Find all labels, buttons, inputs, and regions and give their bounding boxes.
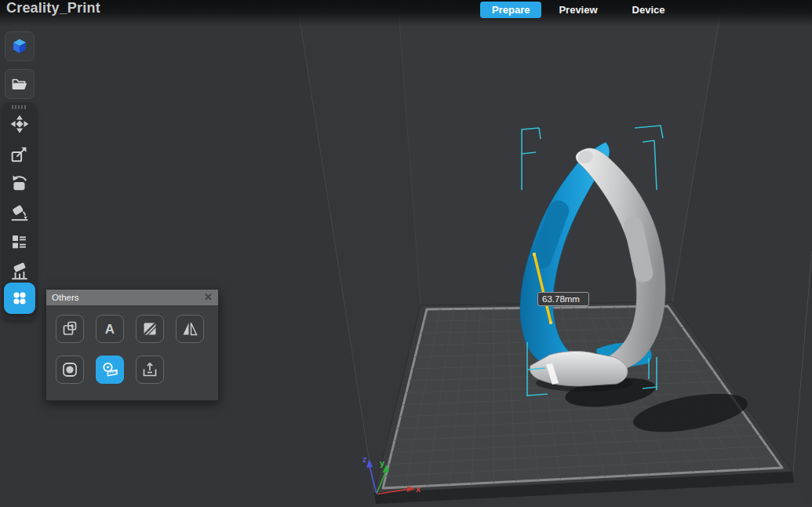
creality-cube-icon — [9, 36, 30, 57]
measure-tool-button[interactable] — [96, 356, 124, 384]
lay-flat-icon — [9, 202, 30, 223]
app-window: 63.78mm x y z Creality_Print Prepare Pre… — [0, 0, 812, 507]
close-icon[interactable]: ✕ — [204, 290, 213, 305]
lay-flat-tool-button[interactable] — [5, 199, 34, 228]
mode-tabs: Prepare Preview Device — [480, 2, 670, 18]
model-library-button[interactable] — [5, 31, 35, 61]
export-tool-button[interactable] — [136, 356, 164, 384]
y-axis-label: y — [380, 458, 385, 468]
export-icon — [140, 360, 159, 379]
object-list-tool-button[interactable] — [5, 228, 34, 257]
others-panel-title: Others — [52, 293, 79, 302]
move-icon — [9, 114, 30, 134]
mirror-icon — [180, 319, 199, 338]
clone-tool-button[interactable] — [56, 315, 84, 343]
paint-icon — [140, 319, 159, 338]
z-axis-label: z — [362, 454, 367, 464]
seam-icon — [60, 360, 79, 379]
viewport-3d[interactable]: 63.78mm x y z — [0, 0, 812, 507]
move-tool-button[interactable] — [5, 110, 34, 139]
seam-tool-button[interactable] — [56, 356, 84, 384]
text-tool-button[interactable]: A — [96, 315, 124, 343]
app-title: Creality_Print — [6, 0, 100, 16]
others-grid-icon — [9, 288, 30, 308]
open-folder-icon — [10, 75, 29, 93]
measurement-value: 63.78mm — [542, 294, 580, 304]
others-panel-body: A — [46, 305, 218, 384]
measure-icon — [100, 360, 119, 379]
support-tool-button[interactable] — [5, 257, 34, 286]
scale-icon — [9, 144, 29, 164]
tool-rail-drag-handle[interactable] — [12, 105, 27, 109]
open-file-button[interactable] — [5, 69, 35, 99]
object-list-icon — [9, 232, 29, 252]
mirror-tool-button[interactable] — [176, 315, 204, 343]
tab-prepare[interactable]: Prepare — [480, 2, 541, 18]
text-icon: A — [105, 323, 115, 336]
tab-device[interactable]: Device — [628, 2, 670, 18]
tab-preview[interactable]: Preview — [554, 2, 602, 18]
paint-tool-button[interactable] — [136, 315, 164, 343]
clone-icon — [60, 319, 79, 338]
measurement-label: 63.78mm — [538, 293, 589, 306]
scale-tool-button[interactable] — [5, 140, 34, 169]
others-panel: Others ✕ A — [46, 289, 219, 401]
support-icon — [9, 261, 30, 282]
rotate-tool-button[interactable] — [5, 169, 34, 198]
others-panel-titlebar[interactable]: Others ✕ — [46, 290, 218, 305]
rotate-icon — [9, 173, 30, 193]
others-tool-button[interactable] — [4, 283, 35, 314]
x-axis-label: x — [416, 484, 421, 494]
